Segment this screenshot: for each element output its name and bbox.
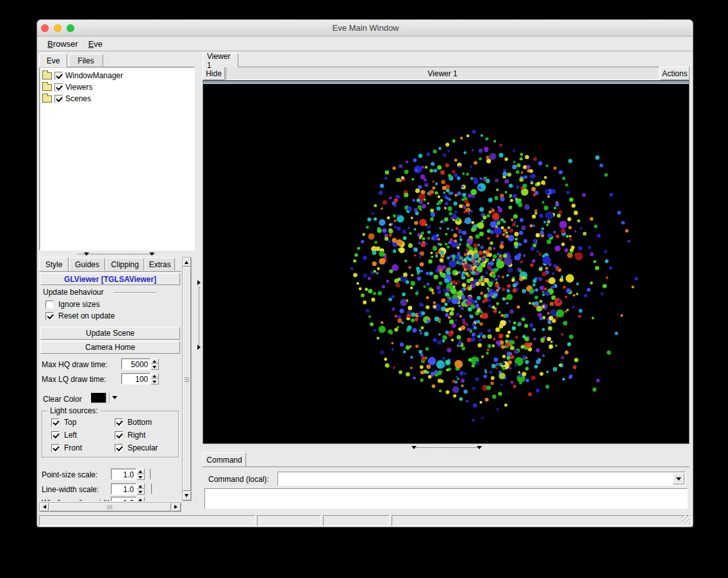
tree-checkbox[interactable] [54,83,63,92]
spin-up-icon[interactable] [136,497,145,501]
tab-viewer-1[interactable]: Viewer 1 [203,53,238,67]
camera-home-button[interactable]: Camera Home [40,341,180,354]
light-top-checkbox[interactable] [51,418,60,427]
light-sources-title: Light sources: [47,406,101,415]
max-hq-label: Max HQ draw time: [42,360,108,369]
point-size-label: Point-size scale: [42,470,97,479]
command-local-label: Command (local): [208,475,269,484]
light-front-label: Front [64,443,82,452]
scrollbar-thumb[interactable] [183,267,191,491]
scroll-left-icon [43,505,46,509]
max-lq-input[interactable]: 100 [121,373,151,384]
tab-guides[interactable]: Guides [69,258,105,270]
spin-down-icon[interactable] [136,474,145,480]
line-width-label: Line-width scale: [42,485,99,494]
style-vertical-scrollbar[interactable] [182,257,192,501]
tab-style[interactable]: Style [39,257,69,271]
tab-files[interactable]: Files [69,54,103,67]
menu-eve[interactable]: Eve [83,38,108,50]
status-section-3 [323,515,390,526]
max-lq-spinner [151,373,159,384]
status-section-2 [257,515,321,526]
zoom-window-button[interactable] [67,24,74,32]
light-specular-label: Specular [128,443,158,452]
tab-extras[interactable]: Extras [145,258,175,270]
splitter-arrow-icon [197,345,201,350]
light-left-checkbox[interactable] [51,431,60,440]
light-front-checkbox[interactable] [51,444,60,452]
light-right-label: Right [128,431,145,440]
reset-on-update-row: Reset on update [46,311,115,320]
tree-checkbox[interactable] [54,95,63,103]
command-output-textarea[interactable] [204,488,688,509]
wireframe-width-input[interactable]: 1.0 [111,497,136,501]
line-width-input[interactable]: 1.0 [111,483,136,495]
light-bottom-label: Bottom [128,418,152,427]
etched-line [113,292,156,293]
resize-grip[interactable] [681,515,690,524]
ignore-sizes-row: Ignore sizes [46,300,100,309]
style-horizontal-scrollbar[interactable] [39,502,181,512]
command-combobox[interactable] [277,472,686,486]
light-top-label: Top [64,418,76,427]
reset-on-update-checkbox[interactable] [46,312,54,320]
spin-down-icon[interactable] [151,379,159,384]
viewer-horizontal-splitter[interactable] [203,444,690,451]
glviewer-class-button[interactable]: GLViewer [TGLSAViewer] [40,273,180,285]
status-section-4 [392,515,692,526]
max-lq-label: Max LQ draw time: [42,375,106,384]
ignore-sizes-label: Ignore sizes [58,300,100,309]
folder-icon [42,84,52,91]
tree-item-label: WindowManager [65,71,123,80]
update-scene-button[interactable]: Update Scene [40,327,180,340]
spin-up-icon[interactable] [136,483,145,489]
actions-button[interactable]: Actions [660,67,690,80]
window-title: Eve Main Window [37,20,693,36]
light-right-checkbox[interactable] [115,431,123,440]
light-specular-checkbox[interactable] [115,444,123,452]
minimize-window-button[interactable] [54,24,62,32]
main-vertical-splitter[interactable] [196,51,203,513]
spin-down-icon[interactable] [151,364,159,370]
clear-color-label: Clear Color [43,395,82,404]
tab-clipping[interactable]: Clipping [106,258,144,270]
line-width-checkbox[interactable] [151,484,153,494]
spin-down-icon[interactable] [136,489,145,495]
close-window-button[interactable] [41,24,49,32]
style-panel: GLViewer [TGLSAViewer] Update behaviour … [39,271,181,501]
spin-up-icon[interactable] [136,468,145,474]
folder-icon [42,95,52,103]
update-behaviour-label: Update behaviour [43,288,104,297]
menu-browser[interactable]: Browser [42,38,83,50]
line-width-spinner [136,483,145,495]
clear-color-swatch[interactable] [90,392,106,403]
wireframe-width-label: Wireframe line-width [42,499,112,501]
ignore-sizes-checkbox[interactable] [46,301,54,309]
folder-icon [42,72,52,79]
tree-item-label: Scenes [65,94,91,103]
spin-up-icon[interactable] [151,358,159,364]
tab-eve[interactable]: Eve [39,53,67,67]
event-display-canvas[interactable] [203,85,689,442]
splitter-arrow-icon [84,252,89,256]
point-size-checkbox[interactable] [150,469,151,479]
viewer-focus-strip [203,81,689,84]
light-bottom-checkbox[interactable] [115,418,123,427]
tree-checkbox[interactable] [54,72,63,80]
splitter-arrow-icon [477,446,482,449]
spin-up-icon[interactable] [151,373,159,379]
divider [109,392,110,404]
tree-item-viewers[interactable]: Viewers [40,81,194,93]
light-sources-group: Light sources: Top Bottom Left Right Fro… [42,411,179,458]
point-size-input[interactable]: 1.0 [111,468,136,480]
tree-item-scenes[interactable]: Scenes [40,93,194,104]
gl-viewport[interactable] [203,80,690,444]
tab-command[interactable]: Command [203,452,246,467]
chevron-down-icon [676,477,681,481]
max-hq-input[interactable]: 5000 [121,358,151,370]
clear-color-dropdown-icon[interactable] [112,396,117,399]
scroll-up-icon [185,261,188,264]
tree-item-windowmanager[interactable]: WindowManager [40,70,194,81]
scrollbar-thumb[interactable] [49,503,171,511]
thumb-grip [185,377,189,382]
